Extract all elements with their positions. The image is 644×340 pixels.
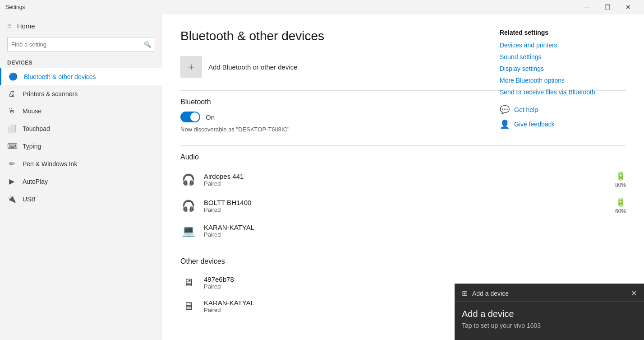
popup-header-left: ⊞ Add a device (462, 289, 509, 298)
bluetooth-toggle-label: On (206, 113, 215, 121)
sidebar-item-touchpad[interactable]: ⬜ Touchpad (0, 120, 162, 137)
sidebar-icon-pen: ✏ (7, 159, 16, 168)
add-device-label: Add Bluetooth or other device (208, 63, 298, 71)
device-icon-2: 💻 (180, 224, 197, 237)
popup-header-icon: ⊞ (462, 289, 468, 298)
notification-popup: ⊞ Add a device ✕ Add a device Tap to set… (455, 284, 644, 340)
minimize-button[interactable]: — (576, 0, 597, 14)
help-icon-0: 💬 (500, 105, 510, 115)
close-button[interactable]: ✕ (618, 0, 639, 14)
device-icon-1: 🎧 (180, 200, 197, 212)
search-button[interactable]: 🔍 (144, 41, 151, 48)
device-icon-0: 🎧 (180, 173, 197, 186)
related-link-0[interactable]: Devices and printers (500, 42, 626, 49)
battery-pct-0: 80% (615, 182, 626, 188)
sidebar-label-usb: USB (23, 196, 36, 203)
maximize-button[interactable]: ❐ (597, 0, 618, 14)
battery-pct-1: 60% (615, 208, 626, 214)
app-body: ⌂ Home 🔍 Devices 🔵 Bluetooth & other dev… (0, 14, 644, 340)
search-box: 🔍 (7, 37, 155, 51)
other-device-name-0: 497e6b78 (204, 275, 626, 283)
sidebar-icon-mouse: 🖱 (7, 107, 16, 115)
sidebar-item-home[interactable]: ⌂ Home (0, 18, 162, 33)
sidebar-icon-touchpad: ⬜ (7, 124, 16, 133)
help-label-0: Get help (514, 106, 538, 113)
sidebar-label-printers: Printers & scanners (23, 90, 78, 98)
device-name-0: Airdopes 441 (204, 172, 608, 180)
divider-3 (180, 250, 626, 250)
battery-info-0: 🔋 80% (615, 171, 626, 188)
device-status-0: Paired (204, 180, 608, 187)
other-device-icon-0: 🖥 (180, 276, 197, 289)
device-status-1: Paired (204, 206, 608, 213)
audio-section-title: Audio (180, 153, 626, 161)
sidebar-icon-usb: 🔌 (7, 195, 16, 203)
sidebar-item-printers[interactable]: 🖨 Printers & scanners (0, 85, 162, 102)
home-icon: ⌂ (7, 22, 12, 30)
sidebar-item-usb[interactable]: 🔌 USB (0, 190, 162, 208)
device-name-1: BOLTT BH1400 (204, 199, 608, 206)
battery-info-1: 🔋 60% (615, 197, 626, 214)
popup-main-title: Add a device (462, 309, 637, 319)
popup-sub-text: Tap to set up your vivo 1603 (462, 322, 637, 329)
main-content: Bluetooth & other devices ＋ Add Bluetoot… (162, 14, 644, 340)
related-link-4[interactable]: Send or receive files via Bluetooth (500, 88, 626, 96)
popup-header-title: Add a device (472, 290, 509, 297)
help-item-0[interactable]: 💬 Get help (500, 105, 626, 115)
plus-icon: ＋ (186, 60, 196, 74)
device-name-2: KARAN-KATYAL (204, 224, 626, 231)
sidebar-items-container: 🔵 Bluetooth & other devices 🖨 Printers &… (0, 68, 162, 208)
sidebar-item-typing[interactable]: ⌨ Typing (0, 137, 162, 155)
device-info-0: Airdopes 441 Paired (204, 172, 608, 187)
window-title: Settings (5, 4, 25, 10)
help-label-1: Give feedback (514, 121, 555, 128)
window-controls: — ❐ ✕ (576, 0, 639, 14)
sidebar-label-bluetooth: Bluetooth & other devices (24, 73, 96, 80)
help-section: 💬 Get help 👤 Give feedback (500, 105, 626, 129)
related-link-2[interactable]: Display settings (500, 65, 626, 72)
bluetooth-toggle[interactable] (180, 112, 200, 122)
help-items-list: 💬 Get help 👤 Give feedback (500, 105, 626, 129)
help-icon-1: 👤 (500, 119, 510, 129)
toggle-knob (190, 112, 199, 121)
popup-close-button[interactable]: ✕ (631, 289, 637, 298)
sidebar-label-typing: Typing (23, 143, 41, 150)
divider-2 (180, 145, 626, 146)
related-links-list: Devices and printersSound settingsDispla… (500, 42, 626, 96)
home-label: Home (17, 22, 35, 30)
sidebar-label-pen: Pen & Windows Ink (23, 160, 77, 168)
battery-icon-0: 🔋 (616, 171, 626, 181)
sidebar-label-autoplay: AutoPlay (23, 178, 48, 185)
device-status-2: Paired (204, 231, 626, 238)
sidebar-icon-typing: ⌨ (7, 142, 16, 150)
battery-icon-1: 🔋 (616, 197, 626, 207)
help-item-1[interactable]: 👤 Give feedback (500, 119, 626, 129)
sidebar-section-label: Devices (0, 57, 162, 68)
sidebar-item-bluetooth[interactable]: 🔵 Bluetooth & other devices (0, 68, 162, 85)
device-info-1: BOLTT BH1400 Paired (204, 199, 608, 213)
related-link-3[interactable]: More Bluetooth options (500, 77, 626, 84)
add-device-icon-box: ＋ (180, 56, 202, 78)
sidebar-label-mouse: Mouse (23, 107, 41, 115)
sidebar: ⌂ Home 🔍 Devices 🔵 Bluetooth & other dev… (0, 14, 162, 340)
sidebar-icon-printers: 🖨 (7, 90, 16, 98)
sidebar-label-touchpad: Touchpad (23, 125, 50, 132)
audio-device-1[interactable]: 🎧 BOLTT BH1400 Paired 🔋 60% (180, 193, 626, 219)
sidebar-item-autoplay[interactable]: ▶ AutoPlay (0, 172, 162, 190)
device-info-2: KARAN-KATYAL Paired (204, 224, 626, 238)
title-bar: Settings — ❐ ✕ (0, 0, 644, 14)
sidebar-icon-bluetooth: 🔵 (9, 72, 18, 81)
audio-device-2[interactable]: 💻 KARAN-KATYAL Paired (180, 219, 626, 242)
other-device-icon-1: 🖥 (180, 300, 197, 312)
audio-device-0[interactable]: 🎧 Airdopes 441 Paired 🔋 80% (180, 167, 626, 193)
search-input[interactable] (11, 41, 144, 48)
related-link-1[interactable]: Sound settings (500, 53, 626, 61)
related-settings-title: Related settings (500, 29, 626, 36)
popup-header: ⊞ Add a device ✕ (455, 284, 644, 302)
sidebar-item-mouse[interactable]: 🖱 Mouse (0, 102, 162, 120)
other-devices-section-title: Other devices (180, 257, 626, 265)
sidebar-item-pen[interactable]: ✏ Pen & Windows Ink (0, 155, 162, 172)
sidebar-icon-autoplay: ▶ (7, 177, 16, 186)
related-settings-panel: Related settings Devices and printersSou… (500, 29, 626, 134)
audio-devices-list: 🎧 Airdopes 441 Paired 🔋 80% 🎧 BOLTT BH14… (180, 167, 626, 242)
